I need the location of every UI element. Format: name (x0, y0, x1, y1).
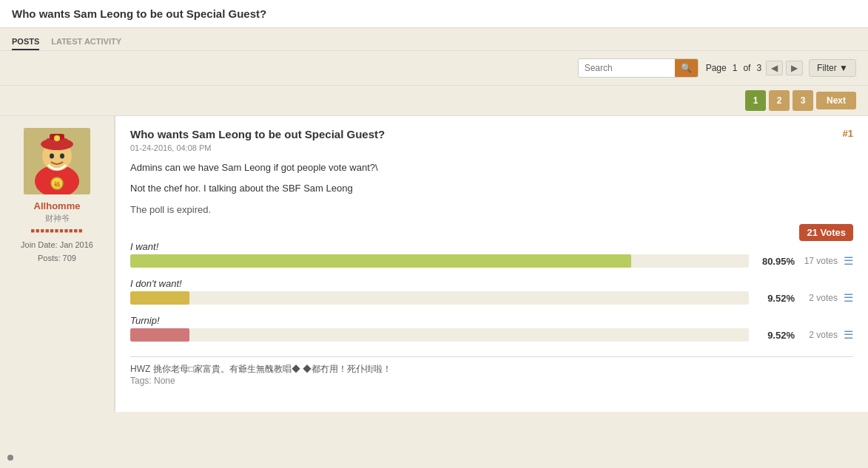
poll-option-1: I don't want! 9.52% 2 votes ☰ (130, 278, 853, 305)
page-label: Page (706, 63, 727, 73)
poll-bar-row-0: 80.95% 17 votes ☰ (130, 254, 853, 268)
poll-list-icon-0[interactable]: ☰ (844, 254, 853, 268)
filter-button[interactable]: Filter ▼ (809, 59, 856, 77)
search-button[interactable]: 🔍 (675, 59, 698, 77)
poll-expired: The poll is expired. (130, 204, 853, 215)
page-title-bar: Who wants Sam Leong to be out Special Gu… (0, 0, 868, 28)
svg-point-7 (50, 154, 54, 159)
page-btn-2[interactable]: 2 (769, 90, 790, 111)
poll-votes-count-1: 2 votes (801, 293, 838, 303)
tags-value: None (154, 376, 175, 386)
author-subtitle: 财神爷 (45, 213, 70, 224)
tags-label: Tags: (130, 376, 152, 386)
post-title: Who wants Sam Leong to be out Special Gu… (130, 128, 385, 140)
poll-bar-fill-2 (130, 328, 189, 342)
post-body: Admins can we have Sam Leong if got peop… (130, 160, 853, 197)
poll-option-0: I want! 80.95% 17 votes ☰ (130, 241, 853, 268)
avatar: 福 (24, 128, 90, 194)
post-body-line2: Not the chef hor. I talking about the SB… (130, 180, 853, 197)
prev-page-button[interactable]: ◀ (766, 61, 783, 75)
poll-bar-fill-0 (130, 254, 631, 268)
svg-text:福: 福 (54, 181, 60, 188)
poll-pct-1: 9.52% (755, 293, 795, 304)
author-join-date: Join Date: Jan 2016 (21, 239, 93, 252)
svg-point-6 (54, 135, 60, 141)
poll-option-label-2: Turnip! (130, 315, 853, 326)
author-sidebar: 福 Allhomme 财神爷 ■■■■■■■■■■■ Join Date: Ja… (0, 116, 115, 412)
post-footer: HWZ 挑你老母□家富貴。有爺生無醜教唱◆ ◆都冇用！死仆街啦！ Tags: N… (130, 356, 853, 386)
main-content: 福 Allhomme 财神爷 ■■■■■■■■■■■ Join Date: Ja… (0, 116, 868, 412)
poll-bar-bg-1 (130, 291, 749, 305)
poll-bar-bg-0 (130, 254, 749, 268)
toolbar: 🔍 Page 1 of 3 ◀ ▶ Filter ▼ (0, 51, 868, 86)
next-button[interactable]: Next (816, 92, 856, 109)
tab-posts[interactable]: POSTS (12, 34, 39, 50)
poll-pct-2: 9.52% (755, 330, 795, 341)
poll-option-2: Turnip! 9.52% 2 votes ☰ (130, 315, 853, 342)
poll-option-label-1: I don't want! (130, 278, 853, 289)
author-posts: Posts: 709 (21, 252, 93, 265)
author-meta: Join Date: Jan 2016 Posts: 709 (21, 239, 93, 265)
votes-badge: 21 Votes (799, 224, 853, 241)
author-stars: ■■■■■■■■■■■ (31, 227, 84, 234)
current-page: 1 (733, 63, 738, 73)
of-label: of (743, 63, 750, 73)
poll-options: I want! 80.95% 17 votes ☰ I don't want! … (130, 224, 853, 342)
poll-bar-fill-1 (130, 291, 189, 305)
tabs-bar: POSTS LATEST ACTIVITY (0, 28, 868, 51)
tab-latest-activity[interactable]: LATEST ACTIVITY (51, 34, 121, 50)
author-username: Allhomme (34, 200, 81, 211)
poll-list-icon-2[interactable]: ☰ (844, 328, 853, 342)
search-box: 🔍 (578, 58, 699, 78)
total-pages: 3 (756, 63, 761, 73)
post-date: 01-24-2016, 04:08 PM (130, 143, 853, 152)
poll-votes-count-0: 17 votes (801, 256, 838, 266)
filter-label: Filter (817, 63, 837, 73)
poll-bar-row-2: 9.52% 2 votes ☰ (130, 328, 853, 342)
poll-votes-count-2: 2 votes (801, 330, 838, 340)
poll-pct-0: 80.95% (755, 256, 795, 267)
pagination-bar: 1 2 3 Next (0, 86, 868, 116)
post-area: Who wants Sam Leong to be out Special Gu… (115, 116, 868, 412)
page-nav: Page 1 of 3 ◀ ▶ (704, 61, 803, 75)
poll-option-label-0: I want! (130, 241, 853, 252)
next-page-button[interactable]: ▶ (786, 61, 803, 75)
post-body-line1: Admins can we have Sam Leong if got peop… (130, 160, 853, 176)
poll-bar-row-1: 9.52% 2 votes ☰ (130, 291, 853, 305)
page-title: Who wants Sam Leong to be out Special Gu… (12, 7, 856, 20)
search-input[interactable] (579, 60, 675, 76)
tags-line: Tags: None (130, 376, 853, 386)
page-btn-3[interactable]: 3 (793, 90, 813, 111)
poll-list-icon-1[interactable]: ☰ (844, 291, 853, 305)
post-footer-text: HWZ 挑你老母□家富貴。有爺生無醜教唱◆ ◆都冇用！死仆街啦！ (130, 363, 853, 376)
post-header: Who wants Sam Leong to be out Special Gu… (130, 128, 853, 140)
post-number: #1 (843, 128, 853, 139)
svg-point-8 (60, 154, 64, 159)
poll-bar-bg-2 (130, 328, 749, 342)
page-btn-1[interactable]: 1 (745, 90, 766, 111)
